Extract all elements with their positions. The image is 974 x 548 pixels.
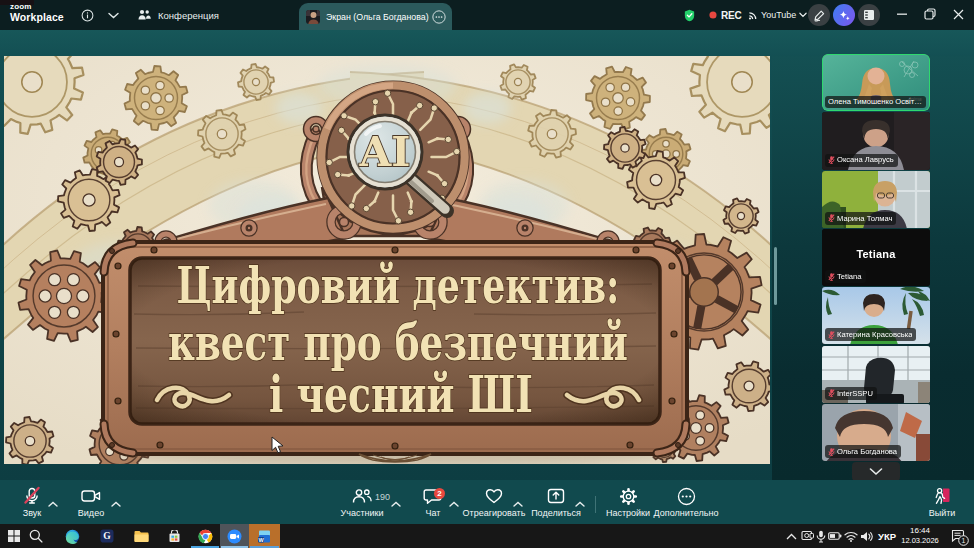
settings-label: Настройки [606,508,650,518]
gear-icon [619,486,638,506]
tab-avatar [306,10,320,24]
logo-zoom-text: zoom [10,3,64,11]
tray-display-icon[interactable] [800,524,814,548]
youtube-label: YouTube [761,10,796,20]
share-label: Поделиться [531,508,581,518]
view-layout-button[interactable] [858,4,880,26]
participant-tile-1[interactable]: 4pimaОлена Тимошенко Освіт… [822,54,930,111]
logo-workplace-text: Workplace [10,12,64,23]
chevron-down-icon[interactable] [106,0,120,30]
tray-chevron-up-icon[interactable] [784,524,798,548]
react-chevron[interactable] [513,493,523,511]
tray-wifi-icon[interactable] [844,524,858,548]
participant-name-label: Оксана Лаврусь [825,154,898,167]
livestream-indicator[interactable]: YouTube [748,0,807,30]
close-button[interactable] [950,0,966,28]
taskbar-edge-icon[interactable] [60,524,84,548]
participant-name: Катерина Красовська [837,331,912,339]
share-chevron[interactable] [575,493,585,511]
participant-name-label: InterSSPU [825,387,877,400]
taskbar-search-button[interactable] [24,524,48,548]
participants-chevron[interactable] [391,493,401,511]
language-indicator[interactable]: УКР [878,524,896,548]
audio-label: Звук [23,508,41,518]
tab-screen-label: Экран (Ольга Богданова) [326,12,429,22]
rec-label: REC [721,10,742,21]
chat-label: Чат [426,508,441,518]
notification-center-button[interactable]: 1 [944,524,972,548]
audio-options-chevron[interactable] [48,493,58,511]
taskbar-clock[interactable]: 16:44 12.03.2026 [900,526,940,545]
participant-tile-6[interactable]: InterSSPU [822,346,930,403]
slide-title-line2: квест про безпечний [168,313,628,372]
svg-text:W: W [258,536,264,542]
taskbar-g-app-icon[interactable]: G [95,524,119,548]
tray-battery-icon[interactable] [828,524,842,548]
participant-name-label: Катерина Красовська [825,328,916,341]
rec-dot-icon [709,11,717,19]
taskbar-presentation-icon[interactable]: W [249,524,280,548]
more-label: Дополнительно [654,508,719,518]
participant-tile-7[interactable]: Ольга Богданова [822,404,930,461]
more-ellipsis-icon [677,486,696,506]
restore-button[interactable] [922,0,938,28]
participant-display-name: Tetiana [822,248,930,260]
participant-tile-2[interactable]: Оксана Лаврусь [822,112,930,169]
participant-name: Оксана Лаврусь [837,156,894,164]
scrollbar-thumb[interactable] [774,247,777,305]
participant-name-label: Олена Тимошенко Освіт… [825,96,926,109]
video-button[interactable]: Видео [72,486,110,518]
leave-button[interactable]: Выйти [922,486,962,518]
security-shield[interactable] [684,0,695,30]
participant-tile-4[interactable]: TetianaTetiana [822,229,930,286]
microphone-muted-icon [22,486,42,506]
more-button[interactable]: Дополнительно [648,486,724,518]
tray-microphone-icon[interactable] [815,524,827,548]
gallery-collapse-button[interactable] [852,462,900,481]
share-screen-icon [546,486,566,506]
chat-badge: 2 [434,488,445,499]
notification-count: 1 [962,537,966,544]
minimize-button[interactable] [894,0,910,28]
tab-conference-label: Конференция [158,10,219,21]
taskbar-zoom-icon[interactable] [220,524,249,548]
ai-companion-button[interactable] [833,4,855,26]
participant-name-label: Марина Толмач [825,212,896,225]
camera-icon [80,486,102,506]
participant-tile-5[interactable]: Катерина Красовська [822,287,930,344]
taskbar-store-icon[interactable] [162,524,186,548]
clock-date: 12.03.2026 [900,536,940,545]
audio-button[interactable]: Звук [14,486,50,518]
participant-name: Марина Толмач [837,215,892,223]
participants-button[interactable]: Участники [334,486,390,518]
slide-illustration: Цифровий детектив: квест про безпечний і… [4,56,770,464]
tray-volume-icon[interactable] [859,524,873,548]
participants-count: 190 [375,492,390,502]
leave-label: Выйти [929,508,956,518]
video-options-chevron[interactable] [111,493,121,511]
chat-button[interactable]: Чат [415,486,451,518]
tab-more-icon[interactable] [432,10,446,24]
participants-icon [351,486,373,506]
participant-name: Ольга Богданова [837,448,897,456]
settings-button[interactable]: Настройки [602,486,654,518]
tab-conference[interactable]: Конференция [137,0,219,30]
annotate-pen-button[interactable] [808,4,830,26]
info-icon[interactable] [80,0,94,30]
participant-name: Олена Тимошенко Освіт… [828,98,922,106]
meeting-content-area: Цифровий детектив: квест про безпечний і… [0,30,974,480]
leave-meeting-icon [932,486,952,506]
clock-time: 16:44 [900,526,940,536]
participant-name-label: Tetiana [825,270,866,283]
broadcast-icon [748,10,758,21]
participant-name: InterSSPU [837,390,873,398]
windows-taskbar: G W [0,524,974,548]
svg-text:G: G [103,531,111,541]
participant-tile-3[interactable]: Марина Толмач [822,171,930,228]
taskbar-file-explorer-icon[interactable] [129,524,153,548]
tab-screen-share[interactable]: Экран (Ольга Богданова) [299,3,452,30]
taskbar-chrome-icon[interactable] [190,524,220,548]
start-button[interactable] [2,524,26,548]
shared-screen-slide: Цифровий детектив: квест про безпечний і… [4,56,770,464]
heart-icon [484,486,504,506]
